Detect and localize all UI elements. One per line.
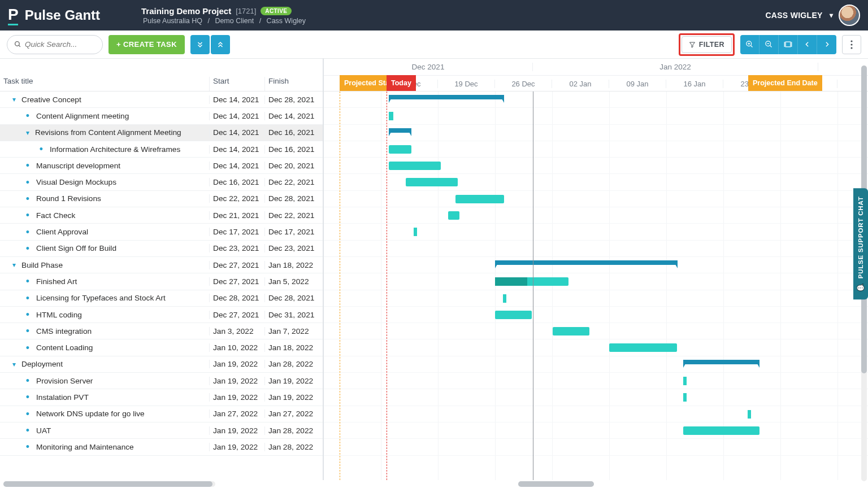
gantt-row[interactable] xyxy=(324,307,868,323)
task-title[interactable]: Monitoring and Maintenance xyxy=(36,443,134,451)
collapse-all-button[interactable] xyxy=(211,35,230,54)
gantt-row[interactable] xyxy=(324,323,868,339)
col-finish-header[interactable]: Finish xyxy=(264,77,321,91)
task-title[interactable]: Build Phase xyxy=(21,261,63,269)
task-title[interactable]: Finished Art xyxy=(36,277,77,286)
task-title[interactable]: Round 1 Revisions xyxy=(36,194,101,203)
task-title[interactable]: Fact Check xyxy=(36,211,75,220)
more-menu-button[interactable] xyxy=(842,35,861,54)
task-bar[interactable] xyxy=(455,195,504,203)
expand-toggle-icon[interactable]: ▾ xyxy=(10,261,18,269)
create-task-button[interactable]: + CREATE TASK xyxy=(108,35,185,54)
summary-bar[interactable] xyxy=(389,95,504,99)
task-title[interactable]: Content Alignment meeting xyxy=(36,112,129,120)
milestone-marker[interactable] xyxy=(748,410,751,419)
task-title[interactable]: Network DNS update for go live xyxy=(36,409,145,418)
expand-all-button[interactable] xyxy=(190,35,210,54)
zoom-fit-button[interactable] xyxy=(779,35,798,54)
gantt-row[interactable] xyxy=(324,91,868,108)
gantt-row[interactable] xyxy=(324,141,868,158)
avatar[interactable] xyxy=(839,5,860,26)
task-row[interactable]: ▾Revisions from Content Alignment Meetin… xyxy=(0,125,323,141)
task-title[interactable]: Client Sign Off for Build xyxy=(36,244,116,252)
task-title[interactable]: Instalation PVT xyxy=(36,393,89,402)
gantt-row[interactable] xyxy=(324,257,868,273)
summary-bar[interactable] xyxy=(683,360,760,364)
project-name[interactable]: Training Demo Project xyxy=(141,6,231,16)
task-row[interactable]: •Fact CheckDec 21, 2021Dec 22, 2021 xyxy=(0,207,323,224)
breadcrumb-item[interactable]: Pulse Australia HQ xyxy=(143,17,202,25)
task-bar[interactable] xyxy=(406,178,458,186)
task-row[interactable]: •Manuscript developmentDec 14, 2021Dec 2… xyxy=(0,158,323,174)
task-bar[interactable] xyxy=(389,162,441,170)
task-title[interactable]: Deployment xyxy=(21,360,63,368)
app-logo[interactable]: P Pulse Gantt xyxy=(8,6,132,25)
task-row[interactable]: ▾Build PhaseDec 27, 2021Jan 18, 2022 xyxy=(0,257,323,273)
support-chat-tab[interactable]: 💬 PULSE SUPPORT CHAT xyxy=(853,189,868,300)
summary-bar[interactable] xyxy=(495,260,678,265)
milestone-marker[interactable] xyxy=(683,377,687,385)
next-button[interactable] xyxy=(817,35,836,54)
col-start-header[interactable]: Start xyxy=(209,77,264,91)
h-scrollbar-right[interactable] xyxy=(518,481,594,487)
expand-toggle-icon[interactable]: ▾ xyxy=(24,129,32,137)
breadcrumb-item[interactable]: Cass Wigley xyxy=(267,17,306,25)
breadcrumb[interactable]: Pulse Australia HQ / Demo Client / Cass … xyxy=(141,17,307,25)
task-row[interactable]: •Instalation PVTJan 19, 2022Jan 19, 2022 xyxy=(0,389,323,406)
gantt-body[interactable] xyxy=(324,91,868,480)
task-title[interactable]: Provision Server xyxy=(36,377,93,385)
task-row[interactable]: •Network DNS update for go liveJan 27, 2… xyxy=(0,406,323,422)
gantt-row[interactable] xyxy=(324,241,868,257)
task-row[interactable]: •Licensing for Typefaces and Stock ArtDe… xyxy=(0,290,323,307)
zoom-in-button[interactable] xyxy=(740,35,760,54)
task-row[interactable]: •Round 1 RevisionsDec 22, 2021Dec 28, 20… xyxy=(0,191,323,207)
gantt-row[interactable] xyxy=(324,373,868,389)
expand-toggle-icon[interactable]: ▾ xyxy=(10,360,18,368)
gantt-row[interactable] xyxy=(324,158,868,174)
gantt-row[interactable] xyxy=(324,191,868,207)
search-input[interactable] xyxy=(25,40,96,49)
task-row[interactable]: •Content Alignment meetingDec 14, 2021De… xyxy=(0,108,323,124)
task-bar[interactable] xyxy=(495,277,568,286)
task-row[interactable]: •Monitoring and MaintenanceJan 19, 2022J… xyxy=(0,439,323,455)
task-title[interactable]: UAT xyxy=(36,426,51,435)
gantt-pane[interactable]: Dec 2021Jan 2022 05 Dec12 Dec19 Dec26 De… xyxy=(324,59,868,480)
milestone-marker[interactable] xyxy=(389,112,393,120)
task-title[interactable]: Manuscript development xyxy=(36,162,120,170)
summary-bar[interactable] xyxy=(389,128,411,133)
milestone-marker[interactable] xyxy=(414,228,417,236)
task-title[interactable]: Creative Concept xyxy=(21,95,81,104)
filter-button[interactable]: FILTER xyxy=(682,36,732,53)
gantt-row[interactable] xyxy=(324,422,868,439)
expand-toggle-icon[interactable]: ▾ xyxy=(10,95,18,103)
task-bar[interactable] xyxy=(609,343,677,352)
gantt-row[interactable] xyxy=(324,406,868,422)
task-title[interactable]: Information Architecture & Wireframes xyxy=(50,145,180,154)
task-title[interactable]: CMS integration xyxy=(36,327,92,336)
user-menu[interactable]: CASS WIGLEY ▾ xyxy=(765,5,860,26)
task-row[interactable]: •Visual Design MockupsDec 16, 2021Dec 22… xyxy=(0,174,323,190)
gantt-row[interactable] xyxy=(324,125,868,141)
task-row[interactable]: •Client ApprovalDec 17, 2021Dec 17, 2021 xyxy=(0,224,323,240)
task-row[interactable]: •Content LoadingJan 10, 2022Jan 18, 2022 xyxy=(0,339,323,356)
zoom-out-button[interactable] xyxy=(760,35,779,54)
gantt-row[interactable] xyxy=(324,356,868,373)
col-title-header[interactable]: Task title xyxy=(0,77,209,91)
task-bar[interactable] xyxy=(683,426,760,435)
task-row[interactable]: ▾Creative ConceptDec 14, 2021Dec 28, 202… xyxy=(0,91,323,108)
gantt-row[interactable] xyxy=(324,207,868,224)
task-row[interactable]: •Information Architecture & WireframesDe… xyxy=(0,141,323,158)
prev-button[interactable] xyxy=(798,35,817,54)
task-bar[interactable] xyxy=(495,311,532,319)
task-title[interactable]: Visual Design Mockups xyxy=(36,178,116,186)
task-title[interactable]: Revisions from Content Alignment Meeting xyxy=(35,128,181,137)
task-bar[interactable] xyxy=(389,145,411,154)
task-row[interactable]: •Finished ArtDec 27, 2021Jan 5, 2022 xyxy=(0,273,323,290)
task-title[interactable]: Client Approval xyxy=(36,228,88,236)
gantt-row[interactable] xyxy=(324,174,868,190)
milestone-marker[interactable] xyxy=(683,393,687,402)
gantt-row[interactable] xyxy=(324,439,868,455)
gantt-row[interactable] xyxy=(324,273,868,290)
milestone-marker[interactable] xyxy=(503,294,506,303)
gantt-row[interactable] xyxy=(324,108,868,124)
